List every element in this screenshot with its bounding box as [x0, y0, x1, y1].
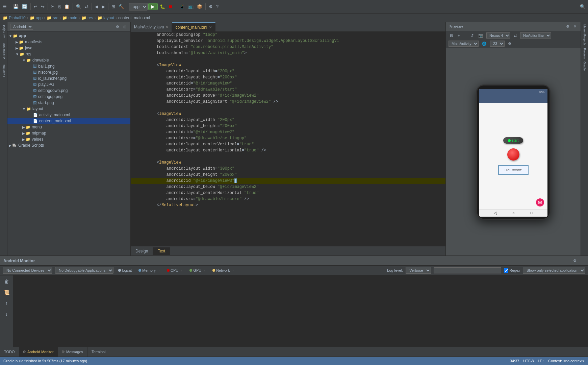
- breadcrumb-main[interactable]: 📁 main: [62, 16, 77, 20]
- terminal-tab[interactable]: Terminal: [87, 347, 110, 357]
- phone-start-button[interactable]: start: [503, 137, 523, 144]
- breadcrumb-pinball10[interactable]: 📁 Pinball10: [3, 16, 26, 20]
- tree-item-manifests[interactable]: ▶📁manifests: [7, 39, 130, 45]
- text-tab[interactable]: Text: [153, 247, 170, 255]
- device-selector[interactable]: Nexus 4: [486, 32, 510, 39]
- api-selector[interactable]: 23: [490, 41, 505, 47]
- locale-button[interactable]: 🌐: [481, 41, 488, 47]
- phone-red-button[interactable]: [507, 148, 519, 161]
- regex-checkbox[interactable]: [504, 268, 508, 273]
- tab-content-main-close[interactable]: ✕: [209, 25, 212, 29]
- android-dropdown[interactable]: Android: [10, 24, 33, 30]
- editor-content[interactable]: android:paddingTop="16dp" app:layout_beh…: [131, 32, 445, 246]
- forward-nav-button[interactable]: ▶: [100, 3, 106, 10]
- preview-panel-icon[interactable]: Preview: [582, 47, 587, 59]
- build-button[interactable]: 🔨: [117, 3, 125, 10]
- tree-item-drawable[interactable]: ▼📁drawable: [7, 57, 130, 63]
- device-dropdown[interactable]: No Connected Devices: [3, 267, 52, 274]
- tree-item-activity-main[interactable]: 📄activity_main.xml: [7, 112, 130, 118]
- tab-main-activity-close[interactable]: ✕: [165, 25, 168, 29]
- tree-item-values[interactable]: ▶📁values: [7, 136, 130, 142]
- android-monitor-tab[interactable]: 6: Android Monitor: [19, 347, 58, 357]
- sidebar-expand[interactable]: ⊞: [122, 24, 128, 30]
- undo-button[interactable]: ↩: [32, 3, 39, 10]
- todo-tab[interactable]: TODO: [0, 347, 19, 357]
- breadcrumb-layout[interactable]: 📁 layout: [97, 16, 114, 20]
- monitor-settings[interactable]: ⚙: [572, 258, 578, 264]
- preview-settings2[interactable]: ⚙: [507, 41, 513, 47]
- tree-item-gradle[interactable]: ▶🐘Gradle Scripts: [7, 142, 130, 148]
- menu-button[interactable]: ☰: [1, 3, 8, 10]
- cut-button[interactable]: ✂: [50, 3, 56, 10]
- tree-item-settingdown[interactable]: 🖼settingdown.png: [7, 88, 130, 94]
- phone-fab-button[interactable]: ✉: [536, 198, 544, 206]
- show-app-select[interactable]: Show only selected application: [523, 267, 585, 274]
- log-level-select[interactable]: Verbose: [406, 267, 431, 274]
- avd-button[interactable]: 📺: [187, 3, 195, 10]
- stop-button[interactable]: ⏹: [167, 3, 174, 10]
- activity-selector[interactable]: MainActivity: [449, 41, 479, 47]
- project-icon[interactable]: 1: Project: [1, 24, 6, 39]
- tree-item-iclauncher[interactable]: 🖼ic_launcher.png: [7, 75, 130, 81]
- find-button[interactable]: 🔍: [75, 3, 83, 10]
- settings-button[interactable]: ⚙: [207, 3, 214, 10]
- preview-zoom-in[interactable]: +: [456, 33, 461, 38]
- nav-recent[interactable]: □: [530, 211, 533, 215]
- help-button[interactable]: ?: [215, 3, 220, 10]
- monitor-minimize[interactable]: ─: [579, 258, 585, 264]
- breadcrumb-src[interactable]: 📁 src: [47, 16, 58, 20]
- cpu-tab[interactable]: CPU →: [165, 268, 185, 273]
- paste-button[interactable]: 📋: [63, 3, 71, 10]
- sdk-button[interactable]: 📦: [196, 3, 204, 10]
- monitor-clear-button[interactable]: 🗑: [2, 277, 11, 286]
- preview-zoom-out[interactable]: -: [463, 33, 467, 38]
- tree-item-layout[interactable]: ▼📁layout: [7, 106, 130, 112]
- structure-icon[interactable]: 2: Structure: [1, 42, 6, 60]
- replace-button[interactable]: ⇄: [83, 3, 90, 10]
- search-everywhere-button[interactable]: 🔍: [579, 3, 587, 10]
- copy-button[interactable]: ⎘: [57, 3, 62, 10]
- tree-item-app[interactable]: ▼📁app: [7, 33, 130, 39]
- monitor-search-input[interactable]: [434, 267, 501, 273]
- back-nav-button[interactable]: ◀: [94, 3, 100, 10]
- favorites-icon[interactable]: Favorites: [1, 63, 6, 78]
- run-button[interactable]: ▶: [148, 3, 158, 10]
- tree-item-mipmap[interactable]: ▶📁mipmap: [7, 130, 130, 136]
- redo-button[interactable]: ↪: [40, 3, 46, 10]
- orientation-toggle[interactable]: ⇄: [512, 33, 518, 39]
- tree-item-ball1[interactable]: 🖼ball1.png: [7, 63, 130, 69]
- gpu-tab[interactable]: GPU →: [187, 268, 208, 273]
- regex-checkbox-container[interactable]: Regex: [504, 268, 520, 273]
- memory-tab[interactable]: Memory →: [136, 268, 162, 273]
- sidebar-settings[interactable]: ⚙: [114, 24, 121, 30]
- tree-item-content-main[interactable]: 📄content_main.xml: [7, 118, 130, 124]
- monitor-down-button[interactable]: ↓: [2, 309, 11, 319]
- tree-item-start[interactable]: 🖼start.png: [7, 100, 130, 106]
- nav-home[interactable]: ○: [512, 211, 515, 215]
- preview-screenshot[interactable]: 📷: [477, 33, 484, 39]
- tab-main-activity[interactable]: MainActivity.java ✕: [131, 22, 172, 32]
- breadcrumb-res[interactable]: 📁 res: [81, 16, 93, 20]
- sync-button[interactable]: 🔄: [21, 3, 29, 10]
- gradle-icon[interactable]: Gradle: [582, 61, 587, 71]
- preview-refresh[interactable]: ↺: [469, 33, 475, 39]
- tree-item-play[interactable]: 🖼play.JPG: [7, 81, 130, 88]
- maven-projects-icon[interactable]: Maven Projects: [582, 24, 587, 46]
- preview-close[interactable]: ✕: [572, 24, 578, 29]
- save-button[interactable]: 💾: [12, 3, 20, 10]
- tree-item-res[interactable]: ▼📁res: [7, 51, 130, 57]
- design-tab[interactable]: Design: [131, 247, 153, 255]
- tree-item-hiscore[interactable]: 🖼hiscore.jpg: [7, 69, 130, 75]
- breadcrumb-app[interactable]: 📁 app: [30, 16, 43, 20]
- monitor-scroll-button[interactable]: 📜: [2, 288, 11, 297]
- tree-item-java[interactable]: ▶📁java: [7, 45, 130, 51]
- theme-selector[interactable]: NoActionBar: [520, 32, 551, 39]
- tab-content-main[interactable]: content_main.xml ✕: [172, 22, 215, 32]
- app-run-dropdown[interactable]: app: [129, 3, 148, 10]
- device-button[interactable]: 📱: [178, 3, 186, 10]
- monitor-up-button[interactable]: ↑: [2, 298, 11, 308]
- network-tab[interactable]: Network →: [210, 268, 236, 273]
- tree-item-settingup[interactable]: 🖼settingup.png: [7, 94, 130, 100]
- logcat-tab[interactable]: logcat: [116, 268, 134, 273]
- debug-button[interactable]: 🐛: [158, 3, 167, 10]
